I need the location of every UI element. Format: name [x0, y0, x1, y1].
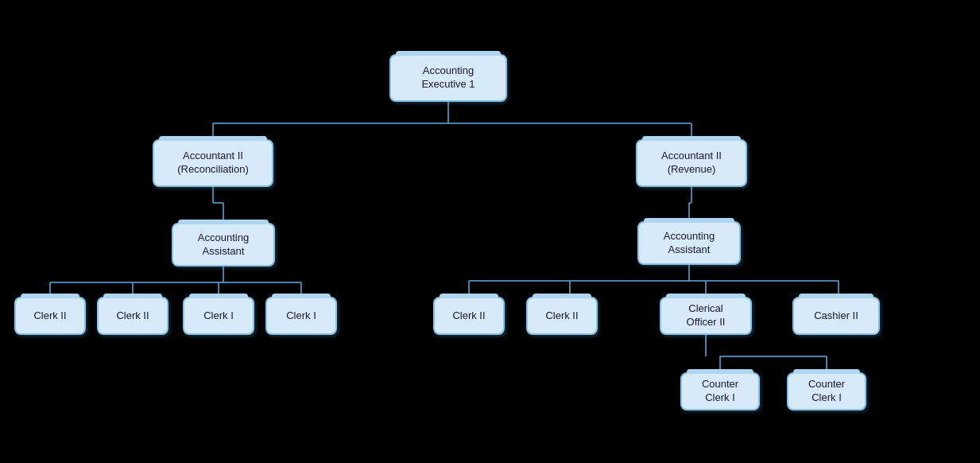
acct2-rec-node: Accountant II(Reconciliation) — [153, 139, 273, 187]
clerk2-4-node: Clerk II — [526, 297, 598, 335]
acct-asst-left-node: AccountingAssistant — [172, 223, 275, 267]
cashier-node: Cashier II — [792, 297, 880, 335]
org-chart: AccountingExecutive 1 Accountant II(Reco… — [0, 0, 980, 463]
clerk2-3-node: Clerk II — [433, 297, 505, 335]
clerk1-2-node: Clerk I — [265, 297, 337, 335]
clerk2-2-node: Clerk II — [97, 297, 168, 335]
counter-clerk-2-node: CounterClerk I — [787, 372, 866, 410]
acct-exec-node: AccountingExecutive 1 — [389, 54, 507, 102]
counter-clerk-1-node: CounterClerk I — [680, 372, 760, 410]
acct-asst-right-node: AccountingAssistant — [637, 221, 741, 265]
clerical-officer-node: ClericalOfficer II — [660, 297, 752, 335]
acct2-rev-node: Accountant II(Revenue) — [636, 139, 747, 187]
clerk1-1-node: Clerk I — [183, 297, 254, 335]
clerk2-1-node: Clerk II — [14, 297, 86, 335]
